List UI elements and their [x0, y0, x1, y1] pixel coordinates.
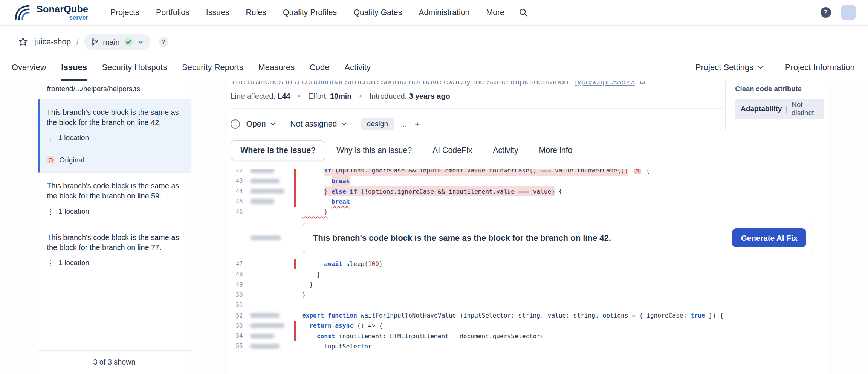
code-line: 55 inputSelector [231, 341, 829, 351]
brand-sub: server [37, 14, 88, 21]
issue-detail-panel: The branches in a conditional structure … [228, 81, 829, 374]
tags-overflow[interactable]: ... [401, 120, 407, 128]
issue-location-marker [634, 169, 641, 174]
status-dropdown[interactable]: Open [246, 119, 276, 129]
nav-item-issues[interactable]: Issues [206, 8, 229, 17]
add-tag-button[interactable]: + [415, 119, 420, 129]
issue-tab-where-is-the-issue[interactable]: Where is the issue? [231, 140, 326, 160]
line-number[interactable]: 54 [231, 333, 243, 339]
location-marker-icon [47, 156, 55, 164]
line-number[interactable]: 46 [231, 208, 243, 215]
line-number[interactable]: 51 [231, 302, 243, 308]
line-number[interactable]: 49 [231, 281, 243, 288]
project-name[interactable]: juice-shop [34, 37, 71, 47]
locations-label: 1 location [58, 259, 89, 267]
search-icon[interactable] [519, 8, 528, 17]
line-number[interactable]: 52 [231, 312, 243, 319]
assignee-dropdown[interactable]: Not assigned [290, 119, 347, 129]
issue-header: The branches in a conditional structure … [231, 81, 829, 131]
clean-code-badge: Adaptability | Not distinct [735, 99, 824, 120]
tab-measures[interactable]: Measures [258, 54, 295, 81]
author-column [243, 179, 290, 183]
project-information-button[interactable]: Project Information [785, 63, 855, 72]
tab-issues[interactable]: Issues [61, 54, 87, 81]
line-number[interactable]: 42 [231, 169, 243, 174]
avatar[interactable] [841, 5, 856, 20]
tag-design[interactable]: design [361, 118, 394, 131]
issue-card[interactable]: This branch's code block is the same as … [38, 224, 191, 276]
chevron-down-icon [757, 64, 764, 71]
sonarqube-logo[interactable]: SonarQube server [13, 3, 88, 21]
code-line: 44 } else if (!options.ignoreCase && inp… [231, 186, 829, 196]
issue-card-locations[interactable]: ⋮1 location [47, 207, 182, 216]
branch-icon [91, 38, 99, 46]
blurred-author [250, 323, 284, 328]
tab-code[interactable]: Code [310, 54, 330, 81]
line-number[interactable]: 44 [231, 188, 243, 195]
issue-card-title: This branch's code block is the same as … [47, 107, 182, 128]
project-settings-menu[interactable]: Project Settings [695, 63, 764, 72]
help-icon[interactable]: ? [821, 7, 831, 18]
introduced-value: 3 years ago [409, 92, 450, 100]
nav-item-quality-profiles[interactable]: Quality Profiles [283, 8, 337, 17]
file-path: frontend/.../helpers/helpers.ts [38, 81, 191, 99]
brand-name: SonarQube [37, 4, 88, 14]
line-number[interactable]: 55 [231, 343, 243, 350]
nav-item-portfolios[interactable]: Portfolios [156, 8, 189, 17]
clean-code-label: Clean code attribute [735, 85, 824, 93]
issue-tab-ai-codefix[interactable]: AI CodeFix [423, 140, 482, 160]
issue-detail-inner: The branches in a conditional structure … [228, 81, 829, 372]
nav-item-more[interactable]: More [486, 8, 504, 17]
branch-selector[interactable]: main [84, 34, 150, 50]
line-number[interactable]: 43 [231, 177, 243, 184]
meta-separator: • [298, 92, 301, 100]
rule-key-link[interactable]: typescript:S3923 [575, 81, 635, 86]
blurred-author [250, 235, 281, 240]
code-line: 47 await sleep(100) [231, 259, 829, 269]
author-column [243, 334, 290, 339]
nav-item-projects[interactable]: Projects [110, 8, 139, 17]
nav-item-administration[interactable]: Administration [419, 8, 469, 17]
issue-tab-activity[interactable]: Activity [483, 140, 528, 160]
issue-card[interactable]: This branch's code block is the same as … [38, 173, 191, 224]
chevron-down-icon [270, 121, 276, 127]
tab-security-reports[interactable]: Security Reports [182, 54, 243, 81]
issue-tab-more-info[interactable]: More info [529, 140, 582, 160]
locations-label: 1 location [58, 134, 89, 142]
line-number[interactable]: 48 [231, 271, 243, 278]
issues-sidebar: frontend/.../helpers/helpers.ts This bra… [38, 81, 191, 374]
expand-lines-button[interactable]: ····· [234, 360, 249, 366]
status-radio-icon[interactable] [231, 119, 240, 129]
tab-security-hotspots[interactable]: Security Hotspots [102, 54, 167, 81]
favorite-star-icon[interactable] [18, 37, 28, 47]
tab-overview[interactable]: Overview [12, 54, 46, 81]
content-area: frontend/.../helpers/helpers.ts This bra… [0, 81, 868, 374]
introduced-label: Introduced: [370, 92, 407, 100]
rule-title-text: The branches in a conditional structure … [231, 81, 568, 86]
generate-ai-fix-button[interactable]: Generate AI Fix [732, 228, 806, 247]
issue-tab-why-is-this-an-issue[interactable]: Why is this an issue? [327, 140, 422, 160]
line-number[interactable]: 50 [231, 292, 243, 298]
nav-item-rules[interactable]: Rules [246, 8, 266, 17]
issue-card-locations[interactable]: ⋮1 location [47, 134, 182, 142]
issue-card-locations[interactable]: ⋮1 location [47, 259, 182, 267]
line-number[interactable]: 45 [231, 198, 243, 205]
assignee-value: Not assigned [290, 119, 337, 129]
line-number[interactable]: 47 [231, 261, 243, 267]
blurred-author [250, 344, 280, 349]
code-text: break [296, 177, 350, 185]
branch-help-icon[interactable]: ? [159, 37, 168, 47]
tab-activity[interactable]: Activity [344, 54, 371, 81]
locations-label: 1 location [58, 207, 89, 215]
meta-separator: • [359, 92, 362, 100]
line-number[interactable]: 53 [231, 322, 243, 329]
clean-code-attribute: Adaptability [741, 105, 782, 113]
issue-message-box: This branch's code block is the same as … [303, 223, 812, 253]
rule-title: The branches in a conditional structure … [231, 81, 725, 87]
nav-item-quality-gates[interactable]: Quality Gates [353, 8, 402, 17]
issue-meta: Line affected: L44 • Effort: 10min • Int… [231, 92, 725, 101]
kebab-icon: ⋮ [47, 134, 54, 142]
blurred-author [250, 189, 284, 194]
issue-card[interactable]: This branch's code block is the same as … [38, 99, 191, 173]
chevron-down-icon [138, 39, 144, 45]
